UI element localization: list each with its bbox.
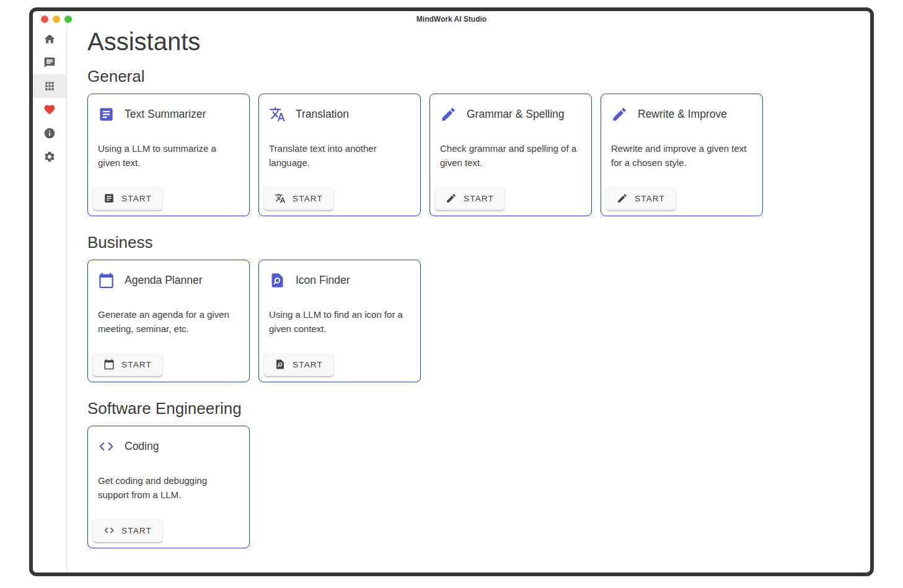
home-icon [43, 33, 56, 45]
translate-icon [275, 193, 286, 204]
section-title: General [87, 67, 858, 86]
code-icon [104, 525, 115, 536]
start-button-label: START [293, 360, 323, 369]
assistant-card: Grammar & Spelling Check grammar and spe… [429, 94, 592, 216]
card-title: Rewrite & Improve [638, 108, 727, 121]
sections: General Text Summarizer Using a LLM to s… [87, 67, 858, 548]
close-window-button[interactable] [41, 15, 48, 23]
start-button[interactable]: START [606, 186, 676, 210]
card-title: Grammar & Spelling [467, 108, 565, 121]
card-description: Translate text into another language. [259, 141, 420, 170]
sidebar-item-settings[interactable] [33, 145, 66, 169]
sidebar-item-assistants[interactable] [33, 74, 66, 98]
assistant-card: Text Summarizer Using a LLM to summarize… [87, 94, 250, 216]
zoom-window-button[interactable] [64, 15, 72, 23]
sidebar-item-favorites[interactable] [33, 98, 66, 121]
info-icon [43, 127, 56, 139]
card-description: Get coding and debugging support from a … [88, 473, 249, 502]
document-icon [104, 193, 115, 204]
card-header: Rewrite & Improve [601, 94, 762, 123]
start-button[interactable]: START [264, 186, 333, 210]
translate-icon [269, 106, 286, 123]
start-button-label: START [121, 526, 152, 535]
assistant-card: Rewrite & Improve Rewrite and improve a … [601, 94, 763, 216]
card-title: Coding [125, 440, 159, 453]
start-button-label: START [464, 194, 494, 203]
card-header: Coding [88, 426, 249, 455]
assistant-card: Coding Get coding and debugging support … [87, 426, 250, 548]
window-title: MindWork AI Studio [33, 15, 870, 24]
main-content: Assistants General Text Summarizer Using… [67, 27, 870, 573]
pencil-icon [440, 106, 457, 123]
pencil-icon [617, 193, 628, 204]
card-title: Translation [296, 108, 349, 121]
title-bar: MindWork AI Studio [33, 11, 870, 27]
code-icon [98, 438, 115, 455]
sidebar [33, 27, 67, 573]
calendar-icon [104, 359, 115, 370]
start-button-label: START [293, 194, 323, 203]
section-title: Business [87, 233, 858, 252]
card-row: Coding Get coding and debugging support … [87, 426, 858, 548]
page-title: Assistants [87, 27, 858, 56]
card-header: Translation [259, 94, 420, 123]
start-button[interactable]: START [264, 353, 333, 376]
sidebar-item-chats[interactable] [33, 51, 66, 74]
start-button[interactable]: START [93, 519, 162, 542]
card-description: Rewrite and improve a given text for a c… [601, 141, 762, 170]
pencil-icon [446, 193, 457, 204]
card-description: Check grammar and spelling of a given te… [430, 141, 591, 170]
card-row: Text Summarizer Using a LLM to summarize… [87, 94, 858, 216]
card-header: Grammar & Spelling [430, 94, 591, 123]
start-button-label: START [635, 194, 665, 203]
assistant-card: Translation Translate text into another … [258, 94, 421, 216]
sidebar-item-home[interactable] [33, 27, 66, 51]
card-header: Text Summarizer [88, 94, 249, 123]
assistant-section: Business Agenda Planner Generate an agen… [87, 233, 858, 382]
window-controls [41, 15, 72, 23]
card-header: Agenda Planner [88, 260, 249, 289]
heart-icon [43, 103, 56, 116]
calendar-icon [98, 272, 115, 289]
card-description: Generate an agenda for a given meeting, … [88, 307, 249, 336]
start-button-label: START [121, 194, 152, 203]
start-button[interactable]: START [435, 186, 504, 210]
assistant-section: Software Engineering Coding Get coding a… [87, 399, 858, 548]
card-title: Agenda Planner [125, 274, 203, 287]
gear-icon [43, 151, 56, 163]
apps-grid-icon [43, 80, 56, 92]
chat-icon [43, 56, 56, 69]
start-button[interactable]: START [93, 353, 162, 376]
card-description: Using a LLM to summarize a given text. [88, 141, 249, 170]
document-icon [98, 106, 115, 123]
start-button-label: START [121, 360, 152, 369]
minimize-window-button[interactable] [53, 15, 60, 23]
card-header: Icon Finder [259, 260, 420, 289]
app-window: MindWork AI Studio Assistants [29, 7, 874, 576]
assistant-card: Agenda Planner Generate an agenda for a … [87, 260, 250, 382]
section-title: Software Engineering [87, 399, 858, 418]
icon-search-icon [275, 359, 286, 370]
sidebar-item-info[interactable] [33, 121, 66, 145]
pencil-icon [611, 106, 628, 123]
card-row: Agenda Planner Generate an agenda for a … [87, 260, 858, 382]
card-description: Using a LLM to find an icon for a given … [259, 307, 420, 336]
icon-search-icon [269, 272, 286, 289]
card-title: Text Summarizer [125, 108, 206, 121]
card-title: Icon Finder [296, 274, 350, 287]
assistant-card: Icon Finder Using a LLM to find an icon … [258, 260, 421, 382]
start-button[interactable]: START [93, 186, 162, 210]
assistant-section: General Text Summarizer Using a LLM to s… [87, 67, 858, 216]
